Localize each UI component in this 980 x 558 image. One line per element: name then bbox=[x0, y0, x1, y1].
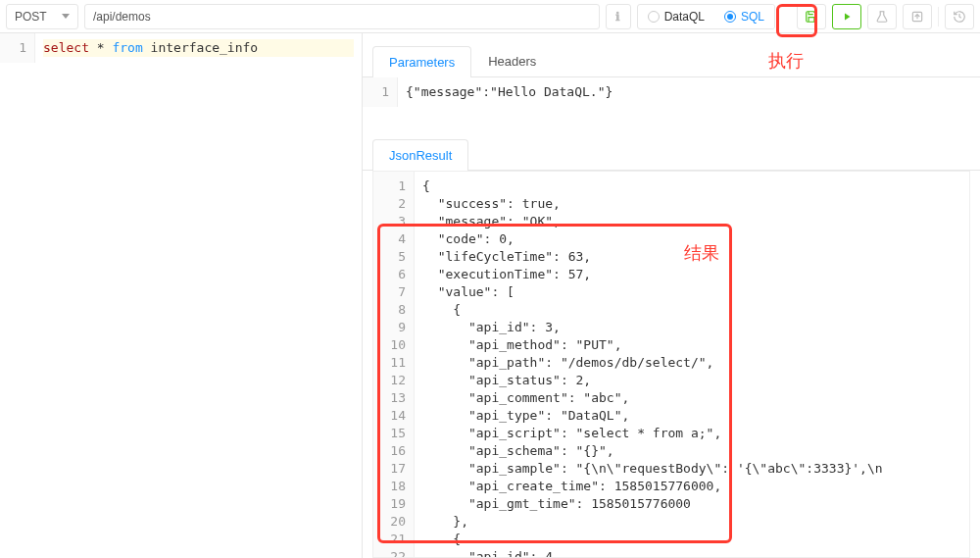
tab-jsonresult[interactable]: JsonResult bbox=[372, 139, 468, 171]
radio-icon bbox=[724, 11, 736, 23]
save-button[interactable] bbox=[797, 4, 826, 29]
radio-icon bbox=[648, 11, 660, 23]
api-path-input[interactable] bbox=[84, 4, 600, 29]
history-icon bbox=[953, 10, 966, 24]
save-icon bbox=[805, 10, 818, 24]
execute-button[interactable] bbox=[832, 4, 861, 29]
info-icon: ℹ bbox=[615, 10, 620, 24]
param-content: {"message":"Hello DataQL."} bbox=[398, 77, 980, 107]
sql-line-1: select * from interface_info bbox=[43, 39, 354, 57]
beaker-button[interactable] bbox=[867, 4, 897, 29]
language-toggle: DataQL SQL bbox=[637, 4, 775, 29]
result-content: { "success": true, "message": "OK", "cod… bbox=[415, 172, 969, 557]
export-button[interactable] bbox=[903, 4, 932, 29]
right-pane: Parameters Headers 1 {"message":"Hello D… bbox=[363, 33, 980, 558]
history-button[interactable] bbox=[945, 4, 974, 29]
sql-editor-pane: 1 select * from interface_info bbox=[0, 33, 363, 558]
sql-editor[interactable]: 1 select * from interface_info bbox=[0, 33, 362, 63]
top-toolbar: POST ℹ DataQL SQL bbox=[0, 0, 980, 33]
radio-label: SQL bbox=[741, 10, 764, 24]
request-tabs: Parameters Headers bbox=[363, 45, 980, 77]
editor-gutter: 1 bbox=[0, 33, 35, 63]
param-gutter: 1 bbox=[363, 77, 398, 107]
tab-headers[interactable]: Headers bbox=[471, 45, 553, 76]
info-button[interactable]: ℹ bbox=[606, 4, 631, 29]
export-icon bbox=[910, 10, 924, 24]
result-tabs: JsonResult bbox=[363, 138, 980, 171]
beaker-icon bbox=[875, 10, 889, 24]
result-section: JsonResult 12345678910111213141516171819… bbox=[363, 127, 980, 558]
result-wrap: 1234567891011121314151617181920212223 { … bbox=[363, 171, 980, 558]
main-area: 1 select * from interface_info Parameter… bbox=[0, 33, 980, 558]
editor-content: select * from interface_info bbox=[35, 33, 362, 63]
param-line-1: {"message":"Hello DataQL."} bbox=[406, 83, 972, 101]
radio-dataql[interactable]: DataQL bbox=[638, 5, 714, 28]
method-value: POST bbox=[15, 10, 47, 24]
parameters-editor[interactable]: 1 {"message":"Hello DataQL."} bbox=[363, 77, 980, 107]
result-gutter: 1234567891011121314151617181920212223 bbox=[373, 172, 415, 557]
radio-label: DataQL bbox=[664, 10, 705, 24]
radio-sql[interactable]: SQL bbox=[714, 5, 774, 28]
play-icon bbox=[841, 11, 853, 23]
result-editor[interactable]: 1234567891011121314151617181920212223 { … bbox=[372, 171, 970, 558]
chevron-down-icon bbox=[62, 14, 70, 19]
http-method-select[interactable]: POST bbox=[6, 4, 78, 29]
action-buttons bbox=[797, 4, 974, 29]
tab-parameters[interactable]: Parameters bbox=[372, 46, 471, 77]
